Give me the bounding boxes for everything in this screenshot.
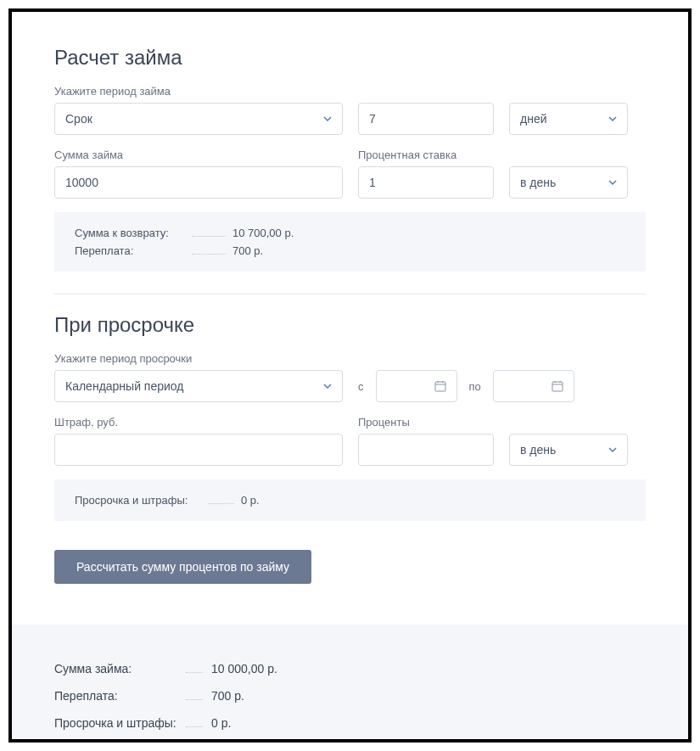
loan-period-type-value: Срок bbox=[65, 112, 92, 126]
overdue-result-value: 0 р. bbox=[241, 494, 309, 507]
calendar-icon bbox=[434, 380, 446, 392]
svg-rect-4 bbox=[552, 382, 563, 391]
calculate-button[interactable]: Рассчитать сумму процентов по займу bbox=[54, 550, 311, 584]
overdue-percent-input[interactable] bbox=[358, 434, 494, 466]
loan-rate-value: 1 bbox=[369, 176, 376, 189]
loan-result-box: Сумма к возврату: 10 700,00 р. Переплата… bbox=[54, 212, 646, 272]
overdue-result-box: Просрочка и штрафы: 0 р. bbox=[54, 479, 646, 521]
summary-overpay-value: 700 р. bbox=[211, 689, 244, 703]
dots-divider bbox=[209, 503, 234, 504]
loan-period-unit-select[interactable]: дней bbox=[509, 103, 628, 135]
loan-period-value-text: 7 bbox=[369, 112, 376, 126]
loan-period-type-select[interactable]: Срок bbox=[54, 103, 343, 135]
chevron-down-icon bbox=[323, 382, 332, 390]
overdue-from-label: с bbox=[358, 380, 364, 393]
summary-fines-label: Просрочка и штрафы: bbox=[54, 716, 186, 730]
loan-rate-label: Процентная ставка bbox=[358, 149, 494, 161]
loan-period-label: Укажите период займа bbox=[54, 85, 646, 98]
overdue-fine-label: Штраф, руб. bbox=[54, 416, 343, 429]
overdue-from-date-input[interactable] bbox=[376, 370, 457, 402]
overdue-percent-unit-select[interactable]: в день bbox=[509, 434, 628, 466]
dots-divider bbox=[186, 726, 203, 727]
overdue-result-label: Просрочка и штрафы: bbox=[75, 494, 202, 507]
loan-return-value: 10 700,00 р. bbox=[232, 227, 300, 239]
summary-panel: Сумма займа: 10 000,00 р. Переплата: 700… bbox=[12, 625, 688, 743]
overdue-period-type-select[interactable]: Календарный период bbox=[54, 370, 343, 402]
section-divider bbox=[54, 294, 646, 294]
overdue-period-type-value: Календарный период bbox=[65, 379, 184, 393]
loan-title: Расчет займа bbox=[54, 46, 646, 70]
loan-amount-input[interactable]: 10000 bbox=[54, 166, 343, 199]
svg-rect-0 bbox=[435, 382, 445, 391]
summary-fines-value: 0 р. bbox=[211, 716, 231, 730]
loan-rate-unit-value: в день bbox=[520, 176, 556, 189]
dots-divider bbox=[186, 672, 203, 673]
loan-overpay-label: Переплата: bbox=[75, 244, 185, 257]
loan-return-label: Сумма к возврату: bbox=[75, 227, 185, 239]
loan-rate-input[interactable]: 1 bbox=[358, 166, 494, 199]
chevron-down-icon bbox=[608, 446, 617, 454]
overdue-title: При просрочке bbox=[54, 313, 646, 337]
dots-divider bbox=[192, 236, 226, 237]
summary-loan-label: Сумма займа: bbox=[54, 662, 186, 675]
calendar-icon bbox=[552, 380, 563, 392]
dots-divider bbox=[192, 254, 226, 255]
dots-divider bbox=[186, 699, 203, 700]
loan-rate-unit-select[interactable]: в день bbox=[509, 166, 628, 199]
loan-amount-label: Сумма займа bbox=[54, 149, 343, 161]
loan-overpay-value: 700 р. bbox=[232, 244, 300, 257]
overdue-to-date-input[interactable] bbox=[493, 370, 574, 402]
chevron-down-icon bbox=[323, 115, 332, 123]
summary-loan-value: 10 000,00 р. bbox=[211, 662, 277, 675]
overdue-fine-input[interactable] bbox=[54, 434, 343, 466]
summary-overpay-label: Переплата: bbox=[54, 689, 186, 703]
overdue-to-label: по bbox=[469, 380, 481, 393]
overdue-period-label: Укажите период просрочки bbox=[54, 352, 646, 365]
chevron-down-icon bbox=[608, 178, 617, 187]
overdue-percent-unit-value: в день bbox=[520, 443, 556, 457]
loan-period-value-input[interactable]: 7 bbox=[358, 103, 494, 135]
overdue-percent-label: Проценты bbox=[358, 416, 494, 429]
loan-amount-value: 10000 bbox=[65, 176, 98, 189]
loan-period-unit-value: дней bbox=[520, 112, 547, 126]
chevron-down-icon bbox=[608, 115, 617, 123]
